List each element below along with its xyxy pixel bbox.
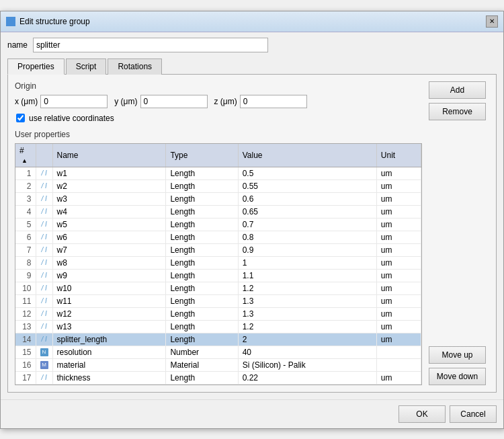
ok-button[interactable]: OK bbox=[398, 405, 446, 423]
relative-coords-checkbox[interactable] bbox=[16, 114, 25, 122]
cell-icon: / l bbox=[36, 320, 52, 333]
cell-unit: um bbox=[376, 243, 421, 256]
spacer bbox=[429, 124, 489, 342]
cell-type: Length bbox=[166, 205, 238, 218]
cell-num: 15 bbox=[15, 346, 36, 358]
table-row[interactable]: 17 / l thickness Length 0.22 um bbox=[15, 371, 421, 384]
cell-unit: um bbox=[376, 256, 421, 269]
cell-type: Length bbox=[166, 218, 238, 231]
table-row[interactable]: 14 / l splitter_length Length 2 um bbox=[15, 333, 421, 346]
table-row[interactable]: 11 / l w11 Length 1.3 um bbox=[15, 294, 421, 307]
cell-name: w8 bbox=[52, 256, 166, 269]
cell-type: Length bbox=[166, 269, 238, 282]
z-input[interactable] bbox=[240, 95, 307, 108]
z-label: z (μm) bbox=[214, 97, 237, 106]
cell-value: 0.9 bbox=[238, 243, 376, 256]
origin-row: x (μm) y (μm) z (μm) bbox=[15, 95, 422, 108]
move-down-button[interactable]: Move down bbox=[429, 368, 486, 385]
cell-value: 40 bbox=[238, 346, 376, 358]
origin-label: Origin bbox=[15, 81, 422, 91]
cell-value: 0.6 bbox=[238, 192, 376, 205]
table-row[interactable]: 3 / l w3 Length 0.6 um bbox=[15, 192, 421, 205]
close-button[interactable]: ✕ bbox=[486, 15, 498, 28]
col-type: Type bbox=[166, 144, 238, 167]
tab-properties[interactable]: Properties bbox=[7, 58, 65, 75]
cell-num: 14 bbox=[15, 333, 36, 346]
cell-type: Length bbox=[166, 256, 238, 269]
cell-num: 1 bbox=[15, 167, 36, 179]
cell-unit: um bbox=[376, 218, 421, 231]
properties-panel: Origin x (μm) y (μm) z (μm) bbox=[7, 75, 497, 393]
add-button[interactable]: Add bbox=[429, 81, 486, 99]
col-unit: Unit bbox=[376, 144, 421, 167]
table-row[interactable]: 12 / l w12 Length 1.3 um bbox=[15, 307, 421, 320]
tab-script[interactable]: Script bbox=[66, 58, 107, 75]
col-value: Value bbox=[238, 144, 376, 167]
cell-unit: um bbox=[376, 231, 421, 243]
cell-value: 1.2 bbox=[238, 320, 376, 333]
table-row[interactable]: 5 / l w5 Length 0.7 um bbox=[15, 218, 421, 231]
move-up-button[interactable]: Move up bbox=[429, 346, 486, 364]
table-row[interactable]: 2 / l w2 Length 0.55 um bbox=[15, 179, 421, 192]
cell-value: 1.1 bbox=[238, 269, 376, 282]
cell-icon: / l bbox=[36, 218, 52, 231]
cell-num: 17 bbox=[15, 371, 36, 384]
cell-num: 11 bbox=[15, 294, 36, 307]
table-row[interactable]: 9 / l w9 Length 1.1 um bbox=[15, 269, 421, 282]
cell-name: w3 bbox=[52, 192, 166, 205]
col-num: # ▲ bbox=[15, 144, 36, 167]
bottom-bar: OK Cancel bbox=[1, 399, 503, 428]
cell-name: resolution bbox=[52, 346, 166, 358]
cell-icon: / l bbox=[36, 282, 52, 294]
tab-rotations[interactable]: Rotations bbox=[108, 58, 162, 75]
cell-icon: / l bbox=[36, 371, 52, 384]
cell-type: Length bbox=[166, 371, 238, 384]
relative-coords-row: use relative coordinates bbox=[16, 114, 422, 123]
cell-icon: N bbox=[36, 346, 52, 358]
cell-type: Length bbox=[166, 192, 238, 205]
cancel-button[interactable]: Cancel bbox=[450, 405, 497, 423]
cell-type: Length bbox=[166, 243, 238, 256]
user-properties-label: User properties bbox=[15, 130, 422, 139]
cell-icon: / l bbox=[36, 243, 52, 256]
cell-num: 4 bbox=[15, 205, 36, 218]
x-input[interactable] bbox=[40, 95, 108, 108]
cell-icon: / l bbox=[36, 269, 52, 282]
cell-value: 0.55 bbox=[238, 179, 376, 192]
table-row[interactable]: 10 / l w10 Length 1.2 um bbox=[15, 282, 421, 294]
cell-unit: um bbox=[376, 333, 421, 346]
cell-type: Length bbox=[166, 282, 238, 294]
table-row[interactable]: 8 / l w8 Length 1 um bbox=[15, 256, 421, 269]
cell-value: 1 bbox=[238, 256, 376, 269]
cell-icon: / l bbox=[36, 256, 52, 269]
cell-type: Length bbox=[166, 294, 238, 307]
table-row[interactable]: 4 / l w4 Length 0.65 um bbox=[15, 205, 421, 218]
table-row[interactable]: 15 N resolution Number 40 bbox=[15, 346, 421, 358]
table-row[interactable]: 13 / l w13 Length 1.2 um bbox=[15, 320, 421, 333]
cell-num: 3 bbox=[15, 192, 36, 205]
cell-type: Material bbox=[166, 358, 238, 371]
cell-unit bbox=[376, 358, 421, 371]
y-coord-group: y (μm) bbox=[114, 95, 207, 108]
table-row[interactable]: 16 M material Material Si (Silicon) - Pa… bbox=[15, 358, 421, 371]
cell-name: w4 bbox=[52, 205, 166, 218]
table-row[interactable]: 6 / l w6 Length 0.8 um bbox=[15, 231, 421, 243]
table-row[interactable]: 1 / l w1 Length 0.5 um bbox=[15, 167, 421, 179]
cell-num: 2 bbox=[15, 179, 36, 192]
cell-type: Length bbox=[166, 179, 238, 192]
table-row[interactable]: 7 / l w7 Length 0.9 um bbox=[15, 243, 421, 256]
cell-type: Length bbox=[166, 231, 238, 243]
y-input[interactable] bbox=[140, 95, 208, 108]
cell-num: 16 bbox=[15, 358, 36, 371]
cell-value: Si (Silicon) - Palik bbox=[238, 358, 376, 371]
cell-unit bbox=[376, 346, 421, 358]
cell-unit: um bbox=[376, 294, 421, 307]
cell-num: 13 bbox=[15, 320, 36, 333]
tabs-container: Properties Script Rotations bbox=[7, 58, 497, 75]
remove-button[interactable]: Remove bbox=[429, 103, 486, 120]
cell-value: 0.7 bbox=[238, 218, 376, 231]
cell-value: 1.3 bbox=[238, 294, 376, 307]
cell-num: 12 bbox=[15, 307, 36, 320]
col-icon bbox=[36, 144, 52, 167]
name-input[interactable] bbox=[33, 38, 268, 52]
